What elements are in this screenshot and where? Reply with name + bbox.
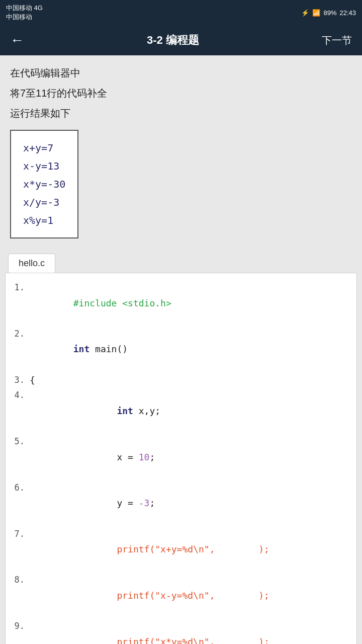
line-num-9: 9. [11,619,30,633]
time-display: 22:43 [339,9,356,17]
instruction-3: 运行结果如下 [10,106,352,121]
code-line-6: 6. y = -3; [11,480,351,527]
code-text-1: #include <stdio.h> [30,280,171,327]
status-bar: 中国移动 4G 中国移动 ⚡ 📶 89% 22:43 [0,0,362,25]
line-num-4: 4. [11,388,30,403]
status-right: ⚡ 📶 89% 22:43 [301,9,356,17]
code-line-4: 4. int x,y; [11,388,351,434]
line-num-2: 2. [11,327,30,341]
signal-4g: ⚡ [301,9,309,17]
carrier-info: 中国移动 4G 中国移动 [6,4,43,22]
line-num-1: 1. [11,280,30,295]
result-line-1: x+y=7 [23,139,65,157]
result-box: x+y=7 x-y=13 x*y=-30 x/y=-3 x%y=1 [10,130,78,238]
line-num-5: 5. [11,434,30,449]
code-editor-wrapper: hello.c 1. #include <stdio.h> 2. int mai… [0,254,362,644]
page-title: 3-2 编程题 [147,33,199,48]
code-text-4: int x,y; [30,388,160,434]
line-num-3: 3. [11,373,30,387]
battery-text: 89% [323,9,336,17]
result-line-5: x%y=1 [23,211,65,229]
code-line-1: 1. #include <stdio.h> [11,280,351,327]
code-text-5: x = 10; [30,434,155,480]
code-line-7: 7. printf("x+y=%d\n", ); [11,527,351,573]
carrier-1: 中国移动 4G [6,4,43,13]
line-num-6: 6. [11,480,30,495]
instruction-2: 将7至11行的代码补全 [10,86,352,101]
code-text-8: printf("x-y=%d\n", ); [30,573,269,619]
code-line-3: 3. { [11,373,351,388]
wifi-icon: 📶 [312,9,320,17]
code-line-2: 2. int main() [11,327,351,373]
code-line-8: 8. printf("x-y=%d\n", ); [11,573,351,619]
result-line-4: x/y=-3 [23,193,65,211]
file-tab[interactable]: hello.c [8,254,55,273]
next-section-button[interactable]: 下一节 [322,34,352,47]
code-text-7: printf("x+y=%d\n", ); [30,527,269,573]
main-content: 在代码编辑器中 将7至11行的代码补全 运行结果如下 x+y=7 x-y=13 … [0,55,362,254]
code-text-9: printf("x*y=%d\n", ); [30,619,269,644]
instruction-1: 在代码编辑器中 [10,65,352,80]
code-line-5: 5. x = 10; [11,434,351,480]
line-num-7: 7. [11,527,30,541]
code-box[interactable]: 1. #include <stdio.h> 2. int main() 3. {… [5,273,357,644]
result-line-2: x-y=13 [23,157,65,175]
carrier-2: 中国移动 [6,13,43,22]
line-num-8: 8. [11,573,30,587]
result-line-3: x*y=-30 [23,175,65,193]
code-text-3: { [30,373,35,388]
code-line-9: 9. printf("x*y=%d\n", ); [11,619,351,644]
code-text-6: y = -3; [30,480,155,527]
code-text-2: int main() [30,327,128,373]
back-button[interactable]: ← [10,32,24,48]
nav-bar: ← 3-2 编程题 下一节 [0,25,362,55]
